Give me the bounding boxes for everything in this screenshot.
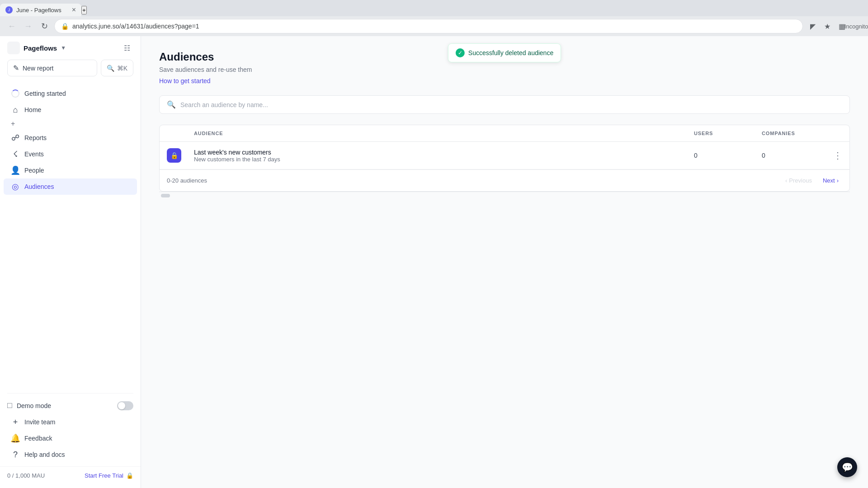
horizontal-scrollbar[interactable] <box>159 192 850 199</box>
mau-text: 0 / 1,000 MAU <box>7 472 45 479</box>
col-icon <box>160 125 187 141</box>
sidebar-item-invite-team[interactable]: + Invite team <box>4 414 137 430</box>
getting-started-label: Getting started <box>24 90 66 97</box>
chevron-left-icon: ‹ <box>785 177 787 184</box>
profile-icon[interactable]: Incognito <box>850 20 863 33</box>
brand-name: Pageflows <box>24 44 57 52</box>
sidebar-item-getting-started[interactable]: Getting started <box>4 85 137 102</box>
sidebar-toggle-button[interactable]: ☷ <box>121 42 133 54</box>
demo-mode-icon: □ <box>7 401 12 410</box>
browser-chrome: J June - Pageflows × + ← → ↻ 🔒 analytics… <box>0 0 868 36</box>
start-trial-label: Start Free Trial <box>85 472 123 479</box>
cast-icon[interactable]: ◤ <box>807 20 819 33</box>
audiences-label: Audiences <box>24 183 54 190</box>
bookmark-icon[interactable]: ★ <box>821 20 834 33</box>
plus-icon: + <box>11 120 15 128</box>
brand-logo[interactable]: Pageflows ▼ <box>7 42 66 54</box>
new-report-label: New report <box>23 65 53 72</box>
row-icon-cell: 🔒 <box>160 142 187 169</box>
audience-name: Last week's new customers <box>194 149 679 156</box>
table-row[interactable]: 🔒 Last week's new customers New customer… <box>160 142 849 169</box>
address-bar[interactable]: 🔒 analytics.june.so/a/14631/audiences?pa… <box>54 19 803 33</box>
success-check-icon: ✓ <box>456 48 465 57</box>
sidebar-item-audiences[interactable]: ◎ Audiences <box>4 178 137 195</box>
audience-search-box[interactable]: 🔍 <box>159 95 850 114</box>
invite-team-label: Invite team <box>24 418 55 426</box>
sidebar-item-events[interactable]: ☇ Events <box>4 146 137 162</box>
audiences-table: AUDIENCE USERS COMPANIES 🔒 Last week's n… <box>159 125 850 192</box>
chevron-right-icon: › <box>837 177 839 184</box>
audience-description: New customers in the last 7 days <box>194 156 679 163</box>
forward-button[interactable]: → <box>22 20 34 33</box>
events-label: Events <box>24 150 44 158</box>
sidebar-item-reports[interactable]: ☍ Reports <box>4 130 137 146</box>
help-icon: ? <box>11 450 20 459</box>
sidebar-divider <box>7 393 133 394</box>
people-label: People <box>24 167 44 174</box>
tab-close-button[interactable]: × <box>72 6 76 14</box>
sidebar-item-help[interactable]: ? Help and docs <box>4 446 137 463</box>
toolbar-icons: ◤ ★ ▦ Incognito <box>807 20 863 33</box>
next-label: Next <box>823 177 835 184</box>
brand-icon <box>7 42 20 54</box>
next-page-button[interactable]: Next › <box>819 175 842 186</box>
feedback-label: Feedback <box>24 435 52 442</box>
page-subtitle: Save audiences and re-use them <box>159 66 850 73</box>
reports-icon: ☍ <box>11 133 20 142</box>
row-menu-button[interactable]: ⋮ <box>830 148 846 163</box>
new-tab-button[interactable]: + <box>81 6 87 14</box>
demo-mode-toggle[interactable] <box>117 401 133 410</box>
home-icon: ⌂ <box>11 105 20 114</box>
demo-mode-row: □ Demo mode <box>0 397 141 414</box>
lock-icon-trial: 🔒 <box>126 472 133 479</box>
sidebar-actions: ✎ New report 🔍 ⌘K <box>0 60 141 84</box>
sidebar-header: Pageflows ▼ ☷ <box>0 42 141 60</box>
reload-button[interactable]: ↻ <box>38 20 51 33</box>
help-docs-label: Help and docs <box>24 451 65 458</box>
chat-icon: 💬 <box>842 462 853 473</box>
chat-widget-button[interactable]: 💬 <box>837 457 857 477</box>
tab-favicon: J <box>5 6 13 14</box>
col-actions <box>822 125 849 141</box>
tab-title: June - Pageflows <box>16 7 61 14</box>
audience-search-input[interactable] <box>180 101 842 108</box>
scroll-handle[interactable] <box>161 194 170 197</box>
events-icon: ☇ <box>11 150 20 159</box>
demo-mode-label: Demo mode <box>17 402 51 409</box>
home-label: Home <box>24 106 41 113</box>
url-text: analytics.june.so/a/14631/audiences?page… <box>72 23 199 30</box>
mau-bar: 0 / 1,000 MAU Start Free Trial 🔒 <box>0 466 141 483</box>
row-companies-cell: 0 <box>755 145 822 165</box>
row-users-cell: 0 <box>687 145 755 165</box>
sidebar-item-people[interactable]: 👤 People <box>4 162 137 178</box>
sidebar-item-home[interactable]: ⌂ Home <box>4 102 137 118</box>
toast-message: Successfully deleted audience <box>468 49 553 56</box>
app-container: Pageflows ▼ ☷ ✎ New report 🔍 ⌘K Getting … <box>0 36 868 488</box>
audiences-icon: ◎ <box>11 182 20 191</box>
row-actions-cell: ⋮ <box>822 142 849 169</box>
back-button[interactable]: ← <box>5 20 18 33</box>
table-header: AUDIENCE USERS COMPANIES <box>160 125 849 142</box>
previous-page-button[interactable]: ‹ Previous <box>782 175 816 186</box>
col-users: USERS <box>687 125 755 141</box>
pagination-bar: 0-20 audiences ‹ Previous Next › <box>160 169 849 191</box>
pagination-label: 0-20 audiences <box>167 177 207 184</box>
search-button[interactable]: 🔍 ⌘K <box>101 60 133 76</box>
spinner-icon <box>11 89 20 98</box>
browser-toolbar: ← → ↻ 🔒 analytics.june.so/a/14631/audien… <box>0 16 868 36</box>
search-shortcut-label: ⌘K <box>117 65 127 72</box>
sidebar-add-section[interactable]: + <box>0 118 141 130</box>
lock-icon: 🔒 <box>61 23 69 30</box>
col-companies: COMPANIES <box>755 125 822 141</box>
help-link[interactable]: How to get started <box>159 77 211 84</box>
sidebar-item-feedback[interactable]: 🔔 Feedback <box>4 430 137 446</box>
invite-icon: + <box>11 418 20 427</box>
main-content: ✓ Successfully deleted audience Audience… <box>141 36 868 488</box>
new-report-button[interactable]: ✎ New report <box>7 60 97 76</box>
active-tab[interactable]: J June - Pageflows × <box>0 4 81 16</box>
reports-label: Reports <box>24 134 47 141</box>
start-trial-button[interactable]: Start Free Trial 🔒 <box>85 472 133 479</box>
brand-chevron-icon: ▼ <box>61 45 66 51</box>
row-name-cell: Last week's new customers New customers … <box>187 142 687 169</box>
success-toast: ✓ Successfully deleted audience <box>448 43 561 62</box>
